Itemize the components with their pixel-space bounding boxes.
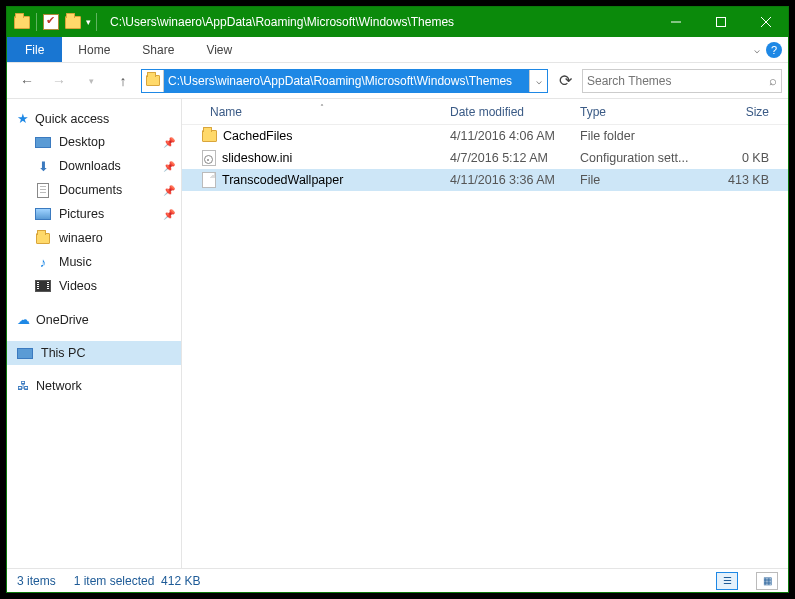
- properties-icon[interactable]: [40, 11, 62, 33]
- sidebar-item-downloads[interactable]: ⬇Downloads📌: [7, 154, 181, 178]
- search-input[interactable]: [587, 74, 769, 88]
- navigation-pane: ★Quick access Desktop📌 ⬇Downloads📌 Docum…: [7, 99, 182, 568]
- sidebar-item-label: Network: [36, 379, 82, 393]
- column-type[interactable]: Type: [572, 105, 697, 119]
- sidebar-item-videos[interactable]: Videos: [7, 274, 181, 298]
- close-button[interactable]: [743, 7, 788, 37]
- sidebar-item-network[interactable]: 🖧Network: [7, 375, 181, 397]
- pc-icon: [17, 348, 33, 359]
- sidebar-item-label: Pictures: [59, 207, 104, 221]
- file-name: TranscodedWallpaper: [222, 173, 343, 187]
- music-icon: ♪: [35, 254, 51, 270]
- separator: [96, 13, 97, 31]
- file-tab[interactable]: File: [7, 37, 62, 62]
- quick-access-header[interactable]: ★Quick access: [7, 107, 181, 130]
- qat: ▾: [7, 11, 100, 33]
- sidebar-item-label: Desktop: [59, 135, 105, 149]
- column-name[interactable]: Name˄: [202, 105, 442, 119]
- share-tab[interactable]: Share: [126, 37, 190, 62]
- address-dropdown[interactable]: ⌵: [529, 70, 547, 92]
- sidebar-item-label: winaero: [59, 231, 103, 245]
- folder-icon: [202, 130, 217, 142]
- column-label: Name: [210, 105, 242, 119]
- file-row[interactable]: CachedFiles 4/11/2016 4:06 AM File folde…: [182, 125, 788, 147]
- address-folder-icon[interactable]: [142, 70, 164, 92]
- ini-file-icon: [202, 150, 216, 166]
- sidebar-item-label: This PC: [41, 346, 85, 360]
- sidebar-item-pictures[interactable]: Pictures📌: [7, 202, 181, 226]
- sidebar-item-desktop[interactable]: Desktop📌: [7, 130, 181, 154]
- file-size: 0 KB: [697, 151, 777, 165]
- file-date: 4/11/2016 3:36 AM: [442, 173, 572, 187]
- file-date: 4/11/2016 4:06 AM: [442, 129, 572, 143]
- pin-icon: 📌: [163, 161, 175, 172]
- folder-icon[interactable]: [11, 11, 33, 33]
- folder-icon: [36, 233, 50, 244]
- file-type: File: [572, 173, 697, 187]
- sidebar-item-label: Documents: [59, 183, 122, 197]
- up-button[interactable]: ↑: [109, 67, 137, 95]
- file-row[interactable]: TranscodedWallpaper 4/11/2016 3:36 AM Fi…: [182, 169, 788, 191]
- search-icon[interactable]: ⌕: [769, 73, 777, 88]
- separator: [36, 13, 37, 31]
- column-size[interactable]: Size: [697, 105, 777, 119]
- file-list: CachedFiles 4/11/2016 4:06 AM File folde…: [182, 125, 788, 568]
- pin-icon: 📌: [163, 209, 175, 220]
- view-tab[interactable]: View: [190, 37, 248, 62]
- sidebar-item-thispc[interactable]: This PC: [7, 341, 181, 365]
- refresh-button[interactable]: ⟳: [552, 71, 578, 90]
- sidebar-item-label: OneDrive: [36, 313, 89, 327]
- file-type: Configuration sett...: [572, 151, 697, 165]
- details-view-button[interactable]: ☰: [716, 572, 738, 590]
- sidebar-item-documents[interactable]: Documents📌: [7, 178, 181, 202]
- help-icon[interactable]: ?: [766, 42, 782, 58]
- forward-button[interactable]: →: [45, 67, 73, 95]
- status-item-count: 3 items: [17, 574, 56, 588]
- videos-icon: [35, 280, 51, 292]
- minimize-button[interactable]: [653, 7, 698, 37]
- sidebar-item-winaero[interactable]: winaero: [7, 226, 181, 250]
- pin-icon: 📌: [163, 137, 175, 148]
- home-tab[interactable]: Home: [62, 37, 126, 62]
- recent-dropdown[interactable]: ▾: [77, 67, 105, 95]
- expand-ribbon-icon[interactable]: ⌵: [754, 44, 760, 55]
- sidebar-item-onedrive[interactable]: ☁OneDrive: [7, 308, 181, 331]
- new-folder-icon[interactable]: [62, 11, 84, 33]
- sidebar-item-label: Downloads: [59, 159, 121, 173]
- file-date: 4/7/2016 5:12 AM: [442, 151, 572, 165]
- quick-access-label: Quick access: [35, 112, 109, 126]
- address-bar[interactable]: ⌵: [141, 69, 548, 93]
- icons-view-button[interactable]: ▦: [756, 572, 778, 590]
- back-button[interactable]: ←: [13, 67, 41, 95]
- content-pane: Name˄ Date modified Type Size CachedFile…: [182, 99, 788, 568]
- qat-dropdown[interactable]: ▾: [84, 17, 93, 27]
- file-name: CachedFiles: [223, 129, 292, 143]
- desktop-icon: [35, 137, 51, 148]
- file-type: File folder: [572, 129, 697, 143]
- file-size: 413 KB: [697, 173, 777, 187]
- maximize-button[interactable]: [698, 7, 743, 37]
- sidebar-item-label: Music: [59, 255, 92, 269]
- search-box[interactable]: ⌕: [582, 69, 782, 93]
- file-name: slideshow.ini: [222, 151, 292, 165]
- sort-indicator-icon: ˄: [320, 103, 324, 112]
- status-selection: 1 item selected 412 KB: [74, 574, 201, 588]
- cloud-icon: ☁: [17, 312, 30, 327]
- window-controls: [653, 7, 788, 37]
- window-title: C:\Users\winaero\AppData\Roaming\Microso…: [100, 15, 653, 29]
- pin-icon: 📌: [163, 185, 175, 196]
- ribbon: File Home Share View ⌵ ?: [7, 37, 788, 63]
- file-row[interactable]: slideshow.ini 4/7/2016 5:12 AM Configura…: [182, 147, 788, 169]
- documents-icon: [37, 183, 49, 198]
- file-icon: [202, 172, 216, 188]
- svg-rect-1: [716, 18, 725, 27]
- sidebar-item-music[interactable]: ♪Music: [7, 250, 181, 274]
- sidebar-item-label: Videos: [59, 279, 97, 293]
- explorer-window: ▾ C:\Users\winaero\AppData\Roaming\Micro…: [6, 6, 789, 593]
- column-date[interactable]: Date modified: [442, 105, 572, 119]
- network-icon: 🖧: [17, 379, 30, 393]
- titlebar[interactable]: ▾ C:\Users\winaero\AppData\Roaming\Micro…: [7, 7, 788, 37]
- status-bar: 3 items 1 item selected 412 KB ☰ ▦: [7, 568, 788, 592]
- pictures-icon: [35, 208, 51, 220]
- address-input[interactable]: [164, 70, 529, 92]
